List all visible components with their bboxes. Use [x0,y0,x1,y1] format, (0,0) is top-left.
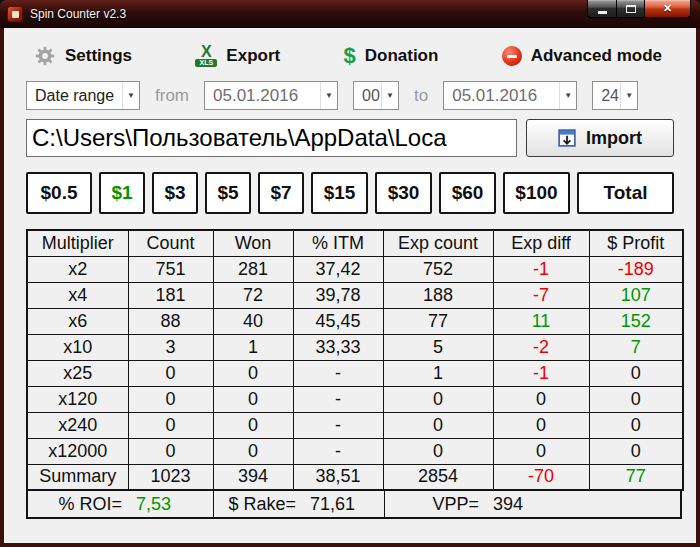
from-label: from [155,86,189,106]
app-icon [7,6,23,22]
table-cell: 751 [128,256,213,282]
buyin-row: $0.5$1$3$5$7$15$30$60$100Total [4,172,696,214]
chevron-down-icon[interactable]: ▼ [381,82,398,109]
rake-value: 71,61 [310,494,355,515]
window-controls: ✕ [587,0,691,18]
table-cell: 281 [213,256,293,282]
table-row: x103133,335-27 [27,334,683,360]
roi-section: % ROI= 7,53 [28,491,214,517]
table-cell: 0 [213,438,293,464]
table-row: x41817239,78188-7107 [27,282,683,308]
settings-button[interactable]: Settings [34,45,132,67]
table-row: x275128137,42752-1-189 [27,256,683,282]
from-date-value: 05.01.2016 [213,86,298,106]
excel-export-icon: X XLS [195,45,217,67]
table-cell: -1 [493,256,589,282]
vpp-label: VPP= [385,494,479,515]
table-cell: 0 [383,386,493,412]
column-header: Count [128,230,213,256]
to-hour-select[interactable]: 24 ▼ [592,81,638,110]
table-cell: 40 [213,308,293,334]
from-date-picker[interactable]: 05.01.2016 ▼ [204,81,338,110]
to-date-picker[interactable]: 05.01.2016 ▼ [443,81,577,110]
stats-header-row: MultiplierCountWon% ITMExp countExp diff… [27,230,683,256]
table-cell: -70 [493,464,589,490]
advanced-mode-button[interactable]: Advanced mode [502,46,662,66]
calendar-dropdown-icon[interactable]: ▼ [559,82,576,109]
filter-row: Date range ▼ from 05.01.2016 ▼ 00 ▼ to 0… [4,81,696,110]
minimize-button[interactable] [587,0,617,18]
table-cell: 0 [589,360,683,386]
table-cell: x6 [27,308,128,334]
buyin-button-60[interactable]: $60 [439,172,496,214]
table-cell: 107 [589,282,683,308]
table-cell: 3 [128,334,213,360]
titlebar[interactable]: Spin Counter v2.3 ✕ [0,0,700,28]
path-input[interactable] [26,119,517,157]
table-cell: 0 [128,412,213,438]
table-cell: 1 [383,360,493,386]
table-cell: 0 [213,386,293,412]
export-button[interactable]: X XLS Export [195,45,280,67]
buyin-button-3[interactable]: $3 [152,172,198,214]
to-hour-value: 24 [601,87,619,105]
table-cell: 0 [493,386,589,412]
column-header: Exp count [383,230,493,256]
totals-bar: % ROI= 7,53 $ Rake= 71,61 VPP= 394 [26,491,682,519]
table-cell: -189 [589,256,683,282]
to-label: to [414,86,428,106]
chevron-down-icon[interactable]: ▼ [122,82,139,109]
column-header: $ Profit [589,230,683,256]
buyin-button-5[interactable]: $5 [205,172,251,214]
buyin-button-30[interactable]: $30 [375,172,432,214]
calendar-dropdown-icon[interactable]: ▼ [320,82,337,109]
table-cell: 11 [493,308,589,334]
buyin-button-100[interactable]: $100 [503,172,570,214]
table-cell: - [293,438,383,464]
table-cell: 0 [589,386,683,412]
table-cell: 5 [383,334,493,360]
table-cell: 39,78 [293,282,383,308]
import-button[interactable]: Import [526,119,674,157]
dollar-icon: $ [343,45,355,67]
roi-label: % ROI= [28,494,122,515]
table-cell: 77 [383,308,493,334]
import-row: Import [4,119,696,157]
table-row: x12000-000 [27,386,683,412]
excel-xls-tag: XLS [195,59,217,67]
rake-section: $ Rake= 71,61 [214,491,385,517]
vpp-section: VPP= 394 [385,491,680,517]
table-cell: x12000 [27,438,128,464]
table-cell: 0 [383,412,493,438]
table-cell: 0 [493,412,589,438]
column-header: Exp diff [493,230,589,256]
buyin-button-0_5[interactable]: $0.5 [26,172,92,214]
buyin-button-15[interactable]: $15 [311,172,368,214]
toolbar: Settings X XLS Export $ Donation Advance… [4,28,696,74]
vpp-value: 394 [493,494,523,515]
table-cell: 77 [589,464,683,490]
window-title: Spin Counter v2.3 [30,7,126,21]
from-hour-value: 00 [362,87,380,105]
table-cell: 0 [128,360,213,386]
buyin-button-1[interactable]: $1 [99,172,145,214]
chevron-down-icon[interactable]: ▼ [620,82,637,109]
maximize-button[interactable] [617,0,645,18]
from-hour-select[interactable]: 00 ▼ [353,81,399,110]
table-cell: Summary [27,464,128,490]
range-type-select[interactable]: Date range ▼ [26,81,140,110]
table-row: Summary102339438,512854-7077 [27,464,683,490]
table-cell: 0 [589,412,683,438]
donation-button[interactable]: $ Donation [343,45,438,67]
import-label: Import [586,128,642,149]
gear-icon [34,45,56,67]
buyin-button-7[interactable]: $7 [258,172,304,214]
table-cell: 394 [213,464,293,490]
donation-label: Donation [365,46,439,66]
advanced-mode-label: Advanced mode [531,46,662,66]
close-button[interactable]: ✕ [645,0,691,18]
range-type-value: Date range [35,87,114,105]
table-row: x24000-000 [27,412,683,438]
table-cell: -7 [493,282,589,308]
buyin-button-total[interactable]: Total [577,172,674,214]
